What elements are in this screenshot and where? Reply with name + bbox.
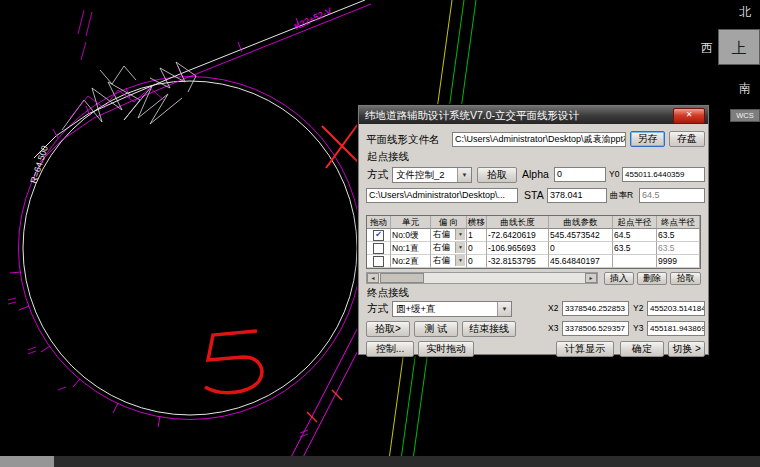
red-tick-marks [307,390,342,422]
start-path-field[interactable]: C:\Users\Administrator\Desktop\... [366,188,518,203]
chevron-down-icon[interactable]: ▼ [457,168,471,182]
direction-value: 右偏 [433,242,450,252]
dialog-titlebar[interactable]: 纬地道路辅助设计系统V7.0-立交平面线形设计 [359,106,708,124]
y2-field[interactable]: 455203.514184 [647,301,705,316]
start-radius-cell[interactable] [613,255,657,268]
table-header-row: 拖动 单元 偏 向 横移 曲线长度 曲线参数 起点半径 终点半径 [367,216,700,229]
unit-cell[interactable]: No:0缓 [391,229,431,242]
switch-button[interactable]: 切换 > [668,341,705,357]
x3-label: X3 [548,321,558,336]
pick-row-button[interactable]: 拾取 [670,272,701,285]
viewcube-top-face[interactable]: 上 [718,29,760,65]
save-as-button[interactable]: 另存 [630,131,665,147]
unit-cell[interactable]: No:1直 [391,242,431,255]
table-row: No:2直 右偏▼ 0 -32.8153795 45.64840197 9999 [367,255,700,268]
end-mode-value: 圆+缓+直 [396,303,436,314]
sta-label: STA [524,188,544,203]
circle-curve-white [23,81,357,415]
approach-line-white [34,0,365,158]
finish-connect-button[interactable]: 结束接线 [462,321,516,337]
file-name-label: 平面线形文件名 [366,132,440,147]
compass-west-label[interactable]: 西 [701,42,713,54]
start-radius-cell[interactable]: 63.5 [613,242,657,255]
chevron-down-icon[interactable]: ▼ [497,302,511,316]
end-mode-select[interactable]: 圆+缓+直 ▼ [392,301,512,317]
col-direction: 偏 向 [431,216,467,229]
red-numeral-5 [205,331,262,393]
length-cell[interactable]: -72.6420619 [487,229,549,242]
y3-field[interactable]: 455181.9438698 [647,321,705,336]
live-drag-button[interactable]: 实时拖动 [418,341,474,357]
start-pick-button[interactable]: 拾取 [477,167,517,183]
drag-checkbox[interactable] [373,256,384,267]
direction-select[interactable]: 右偏▼ [432,229,465,241]
chevron-down-icon[interactable]: ▼ [455,229,465,240]
chainage-label: K22+52-V [293,6,334,32]
table-row: No:1直 右偏▼ 0 -106.965693 0 63.5 63.5 [367,242,700,255]
direction-select[interactable]: 右偏▼ [432,242,465,254]
parameter-cell[interactable]: 545.4573542 [549,229,613,242]
curvature-field[interactable]: 64.5 [639,188,705,203]
end-radius-cell[interactable]: 9999 [657,255,700,268]
end-radius-cell[interactable]: 63.5 [657,229,700,242]
scroll-left-icon[interactable]: ◄ [367,273,379,283]
calc-display-button[interactable]: 计算显示 [556,341,614,357]
drag-checkbox[interactable] [373,243,384,254]
start-radius-cell[interactable]: 64.5 [613,229,657,242]
dialog-title: 纬地道路辅助设计系统V7.0-立交平面线形设计 [365,109,579,121]
parameter-cell[interactable]: 0 [549,242,613,255]
delete-row-button[interactable]: 删除 [637,272,667,285]
alpha-field[interactable]: 0 [554,167,606,182]
shift-cell[interactable]: 0 [467,242,487,255]
wcs-indicator[interactable]: WCS [730,109,760,122]
curve-units-table: 拖动 单元 偏 向 横移 曲线长度 曲线参数 起点半径 终点半径 ✔ No:0缓… [366,215,701,269]
x2-field[interactable]: 3378546.252853 [562,301,629,316]
length-cell[interactable]: -106.965693 [487,242,549,255]
shift-cell[interactable]: 1 [467,229,487,242]
app-root: R=64.500 K22+52-V 北 上 西 南 WCS 纬地道路辅助设计系统… [0,0,760,467]
direction-select[interactable]: 右偏▼ [432,255,465,267]
close-button[interactable]: ✕ [673,108,705,124]
compass-south-label[interactable]: 南 [739,82,751,94]
compass-north-label[interactable]: 北 [739,6,751,18]
parameter-cell[interactable]: 45.64840197 [549,255,613,268]
scroll-right-icon[interactable]: ► [585,273,597,283]
y0-field[interactable]: 455011.6440359 [622,167,705,182]
y2-label: Y2 [633,301,643,316]
curvature-label: 曲率R [610,188,633,203]
col-drag: 拖动 [367,216,391,229]
start-mode-value: 文件控制_2 [396,169,445,180]
start-mode-select[interactable]: 文件控制_2 ▼ [392,167,472,183]
shift-cell[interactable]: 0 [467,255,487,268]
sta-field[interactable]: 378.041 [547,188,607,203]
direction-value: 右偏 [433,255,450,265]
y0-label: Y0 [609,167,619,182]
col-parameter: 曲线参数 [549,216,613,229]
scrollbar-thumb[interactable] [380,273,424,283]
status-bar [0,456,760,467]
col-start-radius: 起点半径 [613,216,657,229]
test-button[interactable]: 测 试 [414,321,458,337]
table-row: ✔ No:0缓 右偏▼ 1 -72.6420619 545.4573542 64… [367,229,700,242]
chevron-down-icon[interactable]: ▼ [455,242,465,253]
x3-field[interactable]: 3378506.529357 [562,321,629,336]
end-radius-cell[interactable]: 63.5 [657,242,700,255]
x2-label: X2 [548,301,558,316]
save-button[interactable]: 存盘 [669,131,705,147]
end-pick-button[interactable]: 拾取> [366,321,410,337]
ok-button[interactable]: 确定 [620,341,664,357]
end-section-title: 终点接线 [367,286,409,300]
unit-cell[interactable]: No:2直 [391,255,431,268]
end-mode-label: 方式 [367,301,388,316]
drag-checkbox[interactable]: ✔ [373,230,384,241]
insert-row-button[interactable]: 插入 [604,272,634,285]
col-unit: 单元 [391,216,431,229]
direction-value: 右偏 [433,229,450,239]
control-button[interactable]: 控制... [366,341,414,357]
table-hscrollbar[interactable]: ◄ ► [366,272,598,284]
chevron-down-icon[interactable]: ▼ [455,255,465,266]
chainage-ticks-arc [10,272,160,427]
length-cell[interactable]: -32.8153795 [487,255,549,268]
chainage-ticks-top [53,18,300,138]
file-path-field[interactable]: C:\Users\Administrator\Desktop\戚袁渝ppt材料\… [452,132,626,147]
